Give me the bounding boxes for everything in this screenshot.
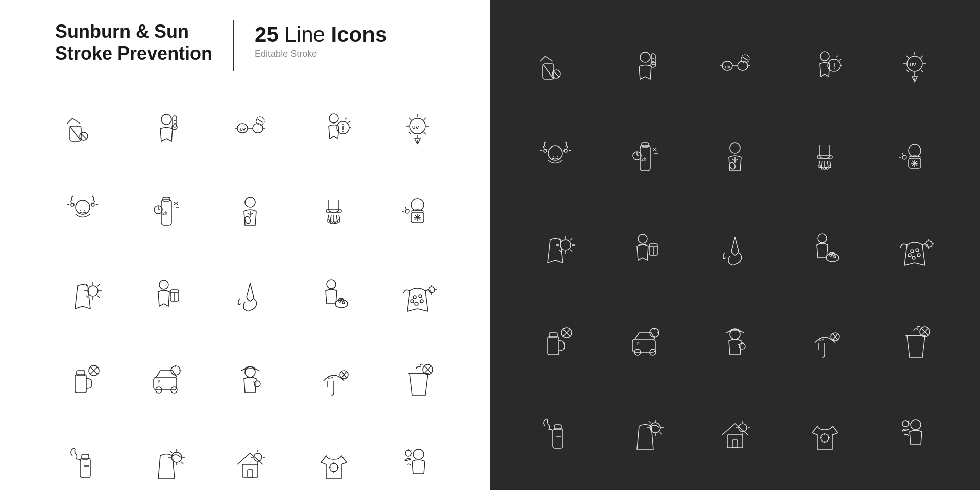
svg-rect-134 xyxy=(242,464,258,477)
svg-point-242 xyxy=(926,241,932,247)
svg-point-112 xyxy=(254,381,260,387)
svg-text:P: P xyxy=(637,342,640,346)
svg-line-28 xyxy=(409,118,411,120)
svg-rect-247 xyxy=(548,337,559,355)
icons-grid-light: UV xyxy=(0,82,490,490)
svg-rect-284 xyxy=(727,435,743,448)
svg-line-282 xyxy=(649,421,651,423)
icons-grid-dark: UV xyxy=(490,0,980,490)
svg-point-291 xyxy=(821,434,829,442)
icon-sun-warning xyxy=(292,87,376,170)
svg-point-234 xyxy=(830,254,832,256)
svg-text:UV: UV xyxy=(910,62,916,67)
svg-rect-97 xyxy=(75,375,86,393)
svg-point-85 xyxy=(341,299,344,301)
svg-text:2h: 2h xyxy=(162,211,167,216)
svg-line-202 xyxy=(819,161,820,166)
svg-rect-191 xyxy=(642,143,649,147)
svg-point-57 xyxy=(328,220,330,222)
dark-icon-person-face xyxy=(690,112,780,204)
icon-person-drink xyxy=(125,254,208,338)
svg-point-237 xyxy=(911,250,914,253)
svg-line-31 xyxy=(409,132,411,134)
svg-rect-252 xyxy=(632,339,655,352)
dark-icon-no-sunscreen xyxy=(510,20,600,112)
svg-point-82 xyxy=(327,280,336,289)
svg-text:UV: UV xyxy=(240,127,246,132)
svg-point-49 xyxy=(245,197,255,207)
icon-umbrella-uv: UV xyxy=(292,338,376,422)
svg-line-55 xyxy=(336,215,337,222)
dark-icon-aloe-cream xyxy=(510,388,600,480)
svg-rect-285 xyxy=(732,440,738,448)
svg-line-16 xyxy=(258,119,263,122)
svg-point-92 xyxy=(429,287,435,293)
svg-point-91 xyxy=(415,302,418,305)
dark-icon-hat-person xyxy=(690,296,780,388)
dark-icon-person-food xyxy=(780,204,870,296)
svg-line-133 xyxy=(181,462,183,464)
svg-point-211 xyxy=(829,166,831,168)
dark-icon-no-beer xyxy=(510,296,600,388)
svg-text:UV: UV xyxy=(725,65,731,69)
icon-sunburned-face xyxy=(41,170,125,254)
icon-sunburn-back xyxy=(125,422,208,490)
svg-rect-102 xyxy=(154,377,177,390)
svg-point-168 xyxy=(820,52,829,61)
header-section: Sunburn & Sun Stroke Prevention 25 Line … xyxy=(0,0,490,82)
dark-icon-person-drink xyxy=(600,204,690,296)
svg-point-89 xyxy=(411,300,414,303)
svg-line-171 xyxy=(839,59,841,60)
svg-line-76 xyxy=(97,284,100,286)
svg-line-167 xyxy=(743,57,748,60)
dark-icon-fever-man xyxy=(600,20,690,112)
svg-point-241 xyxy=(912,256,915,259)
count-label: Line xyxy=(284,22,325,46)
svg-line-53 xyxy=(330,215,331,222)
svg-point-208 xyxy=(821,167,823,169)
right-panel: UV xyxy=(490,0,980,490)
svg-point-207 xyxy=(819,166,821,168)
dark-icon-dizzy-sun xyxy=(870,388,960,480)
icon-car-heat: P xyxy=(125,338,208,422)
svg-line-21 xyxy=(348,121,350,122)
svg-point-188 xyxy=(544,149,547,152)
svg-point-218 xyxy=(902,155,906,159)
icons-label: Icons xyxy=(331,22,387,46)
svg-point-199 xyxy=(730,143,740,153)
icon-shoulder-spots xyxy=(376,254,459,338)
dark-icon-sunscreen-24h: 2h xyxy=(600,112,690,204)
icon-uv-glasses: UV xyxy=(208,87,292,170)
svg-text:2h: 2h xyxy=(641,157,646,162)
dark-icon-uv-glasses: UV xyxy=(690,20,780,112)
svg-point-4 xyxy=(161,114,172,125)
icon-hat-person xyxy=(208,338,292,422)
icon-no-cold-drink xyxy=(376,338,459,422)
icon-sunscreen-24h: 2h xyxy=(125,170,208,254)
svg-line-3 xyxy=(81,133,87,139)
icon-fever-man xyxy=(125,87,208,170)
dark-icon-hand-dropper xyxy=(690,204,780,296)
editable-stroke-label: Editable Stroke xyxy=(255,48,387,59)
svg-point-240 xyxy=(917,254,920,257)
svg-point-210 xyxy=(826,167,828,169)
svg-line-154 xyxy=(553,71,559,77)
svg-point-58 xyxy=(330,222,332,224)
svg-point-38 xyxy=(71,203,74,206)
svg-rect-201 xyxy=(817,156,832,158)
dark-icon-back-sun xyxy=(510,204,600,296)
icon-sun-shirt xyxy=(292,422,376,490)
icon-uv-warning: UV xyxy=(376,87,459,170)
dark-icon-cool-shower xyxy=(780,112,870,204)
svg-point-239 xyxy=(908,254,911,257)
svg-point-262 xyxy=(739,343,745,349)
svg-rect-274 xyxy=(553,429,563,448)
icon-hand-dropper xyxy=(208,254,292,338)
dark-icon-shoulder-spots xyxy=(870,204,960,296)
svg-point-84 xyxy=(339,300,341,302)
svg-line-203 xyxy=(821,161,822,167)
svg-point-155 xyxy=(640,52,650,62)
svg-point-17 xyxy=(329,114,338,123)
svg-point-62 xyxy=(411,199,424,211)
svg-line-299 xyxy=(908,421,909,422)
